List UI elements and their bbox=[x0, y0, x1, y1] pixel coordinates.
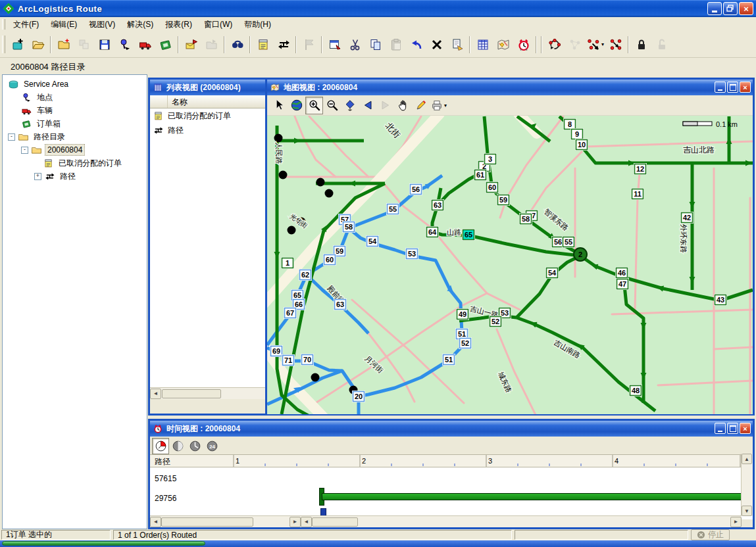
list-header-blank[interactable] bbox=[150, 95, 168, 108]
order-marker-54[interactable]: 54 bbox=[547, 268, 558, 278]
menu-item-5[interactable]: 窗口(W) bbox=[198, 18, 238, 31]
time-hscroll-thumb2[interactable] bbox=[312, 517, 358, 527]
route-gantt-bar-29756[interactable] bbox=[322, 493, 747, 500]
zoom-in-button[interactable] bbox=[305, 97, 323, 114]
order-marker-54[interactable]: 54 bbox=[367, 237, 378, 247]
order-marker-9[interactable]: 9 bbox=[572, 130, 583, 139]
lock-button[interactable] bbox=[631, 34, 651, 55]
tree-item-label[interactable]: 车辆 bbox=[35, 105, 55, 117]
order-marker-8[interactable]: 8 bbox=[565, 120, 576, 130]
list-row-label[interactable]: 路径 bbox=[168, 125, 184, 136]
order-marker-42[interactable]: 42 bbox=[682, 213, 693, 223]
order-marker-55[interactable]: 55 bbox=[563, 237, 574, 247]
routes-button[interactable] bbox=[273, 34, 293, 55]
properties-button[interactable] bbox=[324, 34, 345, 55]
map-canvas[interactable]: 北街人民路光华街山路吉山北路外环东路智溪东路吉山一路吉山南路城东路月河街殿前街5… bbox=[267, 115, 753, 414]
dropdown-caret-icon[interactable]: ▾ bbox=[444, 103, 447, 108]
reassign-orders-button[interactable] bbox=[605, 34, 626, 55]
order-marker-69[interactable]: 69 bbox=[271, 346, 282, 356]
tree-item-label[interactable]: 路径目录 bbox=[32, 131, 67, 143]
time-close-button[interactable]: × bbox=[740, 423, 751, 434]
draw-tool-button[interactable] bbox=[412, 97, 430, 114]
map-maximize-button[interactable] bbox=[727, 82, 738, 93]
zoom-out-button[interactable] bbox=[323, 97, 341, 114]
scroll-down-icon[interactable]: ▼ bbox=[742, 506, 752, 516]
order-marker-62[interactable]: 62 bbox=[300, 270, 311, 280]
tree-item-2[interactable]: 车辆 bbox=[3, 104, 147, 117]
stop-dot[interactable] bbox=[279, 171, 288, 179]
order-marker-59[interactable]: 59 bbox=[498, 195, 509, 205]
stop-dot[interactable] bbox=[288, 226, 296, 235]
tree-item-0[interactable]: Service Area bbox=[3, 78, 147, 91]
map-view-button[interactable] bbox=[493, 34, 513, 55]
dropdown-caret-icon[interactable]: ▾ bbox=[601, 41, 604, 47]
go-back-button[interactable] bbox=[359, 97, 376, 114]
vehicles-button[interactable] bbox=[135, 34, 155, 55]
order-marker-64[interactable]: 64 bbox=[427, 227, 438, 237]
order-marker-20[interactable]: 20 bbox=[353, 392, 365, 402]
tree-item-label[interactable]: 订单箱 bbox=[35, 118, 63, 130]
map-view-titlebar[interactable]: 地图视图 : 20060804 × bbox=[267, 80, 753, 95]
route-marker-2[interactable]: 2 bbox=[574, 248, 587, 261]
tree-item-4[interactable]: -路径目录 bbox=[3, 130, 147, 143]
map-close-button[interactable]: × bbox=[740, 82, 751, 93]
stop-button[interactable]: 停止 bbox=[691, 529, 730, 540]
order-marker-71[interactable]: 71 bbox=[283, 356, 294, 366]
order-marker-10[interactable]: 10 bbox=[576, 140, 588, 150]
route-row-label-57615[interactable]: 57615 bbox=[155, 474, 176, 483]
order-marker-46[interactable]: 46 bbox=[617, 268, 628, 278]
select-tool-button[interactable] bbox=[270, 97, 288, 114]
order-marker-3[interactable]: 3 bbox=[485, 155, 496, 164]
time-view-button[interactable] bbox=[513, 34, 534, 55]
tree-item-label[interactable]: 路径 bbox=[58, 170, 78, 183]
scroll-up-icon[interactable]: ▲ bbox=[742, 454, 752, 464]
list-row-label[interactable]: 已取消分配的订单 bbox=[168, 110, 231, 122]
scroll-right-icon[interactable]: ► bbox=[290, 517, 301, 527]
clock-quarter-day-button[interactable] bbox=[152, 438, 169, 454]
new-folder-button[interactable] bbox=[53, 34, 74, 55]
menu-item-6[interactable]: 帮助(H) bbox=[238, 18, 277, 31]
route-row-label-29756[interactable]: 29756 bbox=[155, 494, 176, 503]
restore-button[interactable] bbox=[723, 2, 738, 15]
menu-grip[interactable] bbox=[2, 19, 5, 29]
find-button[interactable] bbox=[227, 34, 247, 55]
zoom-to-selected-button[interactable] bbox=[341, 97, 359, 114]
clock-24-hours-button[interactable]: 24 bbox=[203, 438, 220, 454]
order-marker-49[interactable]: 49 bbox=[457, 310, 468, 320]
scroll-left-icon[interactable]: ◄ bbox=[150, 517, 161, 527]
order-marker-55[interactable]: 55 bbox=[388, 204, 399, 214]
tree-item-label[interactable]: 已取消分配的订单 bbox=[57, 157, 124, 170]
clock-full-day-button[interactable] bbox=[186, 438, 203, 454]
order-marker-12[interactable]: 12 bbox=[635, 164, 646, 174]
tree-item-3[interactable]: 订单箱 bbox=[3, 117, 147, 130]
order-marker-52[interactable]: 52 bbox=[460, 339, 471, 348]
minimize-button[interactable] bbox=[707, 2, 722, 15]
new-project-button[interactable] bbox=[7, 34, 28, 55]
order-marker-48[interactable]: 48 bbox=[630, 386, 642, 396]
menu-item-2[interactable]: 视图(V) bbox=[83, 18, 121, 31]
tree-item-5[interactable]: -20060804 bbox=[3, 143, 147, 156]
copy-button[interactable] bbox=[365, 34, 386, 55]
map-minimize-button[interactable] bbox=[715, 82, 726, 93]
scroll-left-icon[interactable]: ◄ bbox=[301, 517, 312, 527]
stop-dot[interactable] bbox=[325, 189, 334, 198]
order-box-button[interactable] bbox=[155, 34, 176, 55]
order-marker-60[interactable]: 60 bbox=[324, 255, 336, 265]
clock-half-day-button[interactable] bbox=[169, 438, 186, 454]
tree-item-1[interactable]: 地点 bbox=[3, 91, 147, 104]
order-marker-51[interactable]: 51 bbox=[443, 355, 455, 365]
cut-button[interactable] bbox=[345, 34, 365, 55]
tree-item-label[interactable]: 地点 bbox=[35, 91, 55, 104]
print-map-button[interactable]: ▾ bbox=[430, 97, 447, 114]
order-marker-63[interactable]: 63 bbox=[335, 300, 346, 310]
menu-item-1[interactable]: 编辑(E) bbox=[45, 18, 83, 31]
time-vscrollbar[interactable]: ▲ ▼ bbox=[741, 454, 753, 516]
tree-item-7[interactable]: +路径 bbox=[3, 170, 147, 183]
order-marker-61[interactable]: 61 bbox=[475, 170, 486, 180]
tree-item-label[interactable]: 20060804 bbox=[45, 144, 85, 156]
list-view-button[interactable] bbox=[472, 34, 493, 55]
order-marker-43[interactable]: 43 bbox=[715, 295, 726, 305]
tree-item-6[interactable]: 已取消分配的订单 bbox=[3, 156, 147, 170]
undo-button[interactable] bbox=[406, 34, 426, 55]
stop-dot[interactable] bbox=[316, 178, 325, 187]
